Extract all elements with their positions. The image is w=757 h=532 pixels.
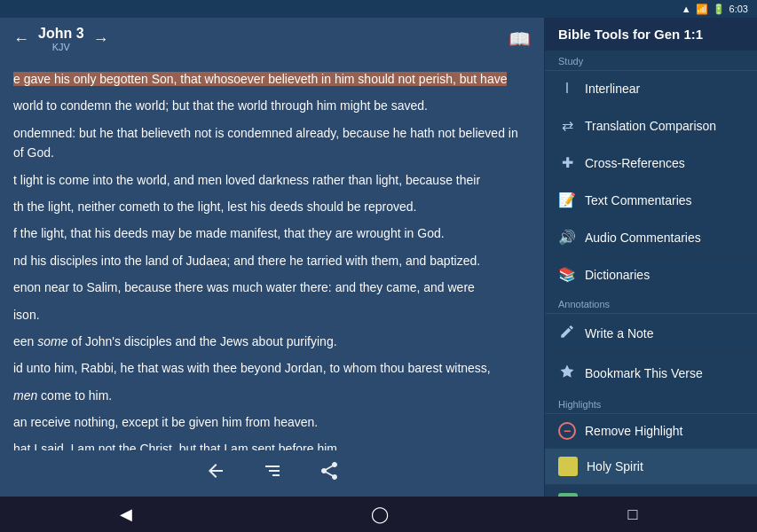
verse-text-7: nd his disciples into the land of Judaea… (13, 251, 531, 270)
bottom-toolbar (0, 450, 544, 497)
main-content: ← John 3 KJV → 📖 e gave his only begotte… (0, 18, 757, 497)
translation-comparison-label: Translation Comparison (585, 119, 716, 133)
time-display: 6:03 (729, 4, 748, 14)
verse-text-14: hat I said, I am not the Christ, but tha… (13, 439, 531, 450)
cross-references-label: Cross-References (585, 156, 685, 170)
tools-title: Bible Tools for Gen 1:1 (558, 27, 703, 42)
back-system-button[interactable]: ◀ (120, 505, 132, 524)
share-button[interactable] (319, 460, 340, 487)
dictionaries-label: Dictionaries (585, 268, 650, 282)
grace-highlight[interactable]: Grace (545, 485, 757, 497)
tools-scrollable[interactable]: Study I Interlinear ⇄ Translation Compar… (545, 51, 757, 497)
up-button[interactable] (262, 460, 283, 487)
sidebar-item-translation-comparison[interactable]: ⇄ Translation Comparison (545, 107, 757, 145)
audio-commentaries-icon: 🔊 (558, 229, 576, 246)
verse-text-2: world to condemn the world; but that the… (13, 96, 531, 115)
interlinear-label: Interlinear (585, 82, 640, 96)
cross-references-icon: ✚ (558, 154, 576, 171)
text-commentaries-icon: 📝 (558, 192, 576, 208)
verse-text-12: men come to him. (13, 386, 531, 405)
write-note-button[interactable]: Write a Note (545, 314, 757, 354)
tools-header: Bible Tools for Gen 1:1 (545, 18, 757, 51)
battery-icon: 🔋 (713, 4, 725, 15)
bookmark-label: Bookmark This Verse (585, 366, 703, 380)
bookmark-verse-button[interactable]: Bookmark This Verse (545, 354, 757, 394)
status-bar: ▲ 📶 🔋 6:03 (0, 0, 757, 18)
verse-text-9: ison. (13, 305, 531, 325)
back-button[interactable] (205, 460, 226, 487)
next-chapter-button[interactable]: → (93, 30, 109, 49)
book-info[interactable]: John 3 KJV (38, 26, 84, 52)
signal-icon: 📶 (696, 4, 708, 15)
sidebar-item-cross-references[interactable]: ✚ Cross-References (545, 145, 757, 182)
book-icon[interactable]: 📖 (509, 28, 531, 50)
audio-commentaries-label: Audio Commentaries (585, 231, 701, 245)
remove-highlight-icon: − (558, 422, 576, 440)
sidebar-item-text-commentaries[interactable]: 📝 Text Commentaries (545, 182, 757, 219)
dictionaries-icon: 📚 (558, 266, 576, 283)
verse-text-10: een some of John's disciples and the Jew… (13, 332, 531, 351)
verse-text-11: id unto him, Rabbi, he that was with the… (13, 358, 531, 378)
sidebar-item-audio-commentaries[interactable]: 🔊 Audio Commentaries (545, 219, 757, 256)
verse-text-5: th the light, neither cometh to the ligh… (13, 197, 531, 216)
sidebar-item-interlinear[interactable]: I Interlinear (545, 71, 757, 107)
annotations-section-label: Annotations (545, 293, 757, 314)
holy-spirit-highlight[interactable]: Holy Spirit (545, 449, 757, 485)
wifi-icon: ▲ (682, 4, 691, 14)
prev-chapter-button[interactable]: ← (13, 30, 29, 49)
interlinear-icon: I (558, 81, 576, 97)
holy-spirit-swatch (558, 457, 578, 476)
home-button[interactable]: ◯ (371, 505, 389, 524)
sidebar-item-dictionaries[interactable]: 📚 Dictionaries (545, 256, 757, 293)
bible-nav: ← John 3 KJV → (13, 26, 109, 52)
recents-button[interactable]: □ (627, 505, 637, 524)
verse-text-1: e gave his only begotten Son, that whoso… (13, 69, 531, 89)
verse-text-4: t light is come into the world, and men … (13, 170, 531, 190)
remove-highlight-button[interactable]: − Remove Highlight (545, 414, 757, 449)
bible-version: KJV (38, 42, 84, 52)
bible-panel: ← John 3 KJV → 📖 e gave his only begotte… (0, 18, 544, 497)
pencil-icon (558, 324, 576, 343)
text-commentaries-label: Text Commentaries (585, 193, 692, 207)
status-icons: ▲ 📶 🔋 6:03 (682, 4, 748, 15)
bible-header: ← John 3 KJV → 📖 (0, 18, 544, 60)
study-section-label: Study (545, 51, 757, 71)
verse-text-6: f the light, that his deeds may be made … (13, 223, 531, 243)
verse-text-8: enon near to Salim, because there was mu… (13, 278, 531, 297)
translation-comparison-icon: ⇄ (558, 117, 576, 134)
book-name: John 3 (38, 26, 84, 42)
highlights-section-label: Highlights (545, 394, 757, 414)
system-nav-bar: ◀ ◯ □ (0, 497, 757, 532)
remove-highlight-label: Remove Highlight (585, 424, 683, 438)
verse-text-3: ondemned: but he that believeth not is c… (13, 123, 531, 163)
star-icon (558, 364, 576, 383)
bible-text-area[interactable]: e gave his only begotten Son, that whoso… (0, 60, 544, 450)
verse-text-13: an receive nothing, except it be given h… (13, 412, 531, 432)
holy-spirit-label: Holy Spirit (587, 459, 643, 473)
write-note-label: Write a Note (585, 326, 654, 340)
tools-panel: Bible Tools for Gen 1:1 Study I Interlin… (544, 18, 757, 497)
